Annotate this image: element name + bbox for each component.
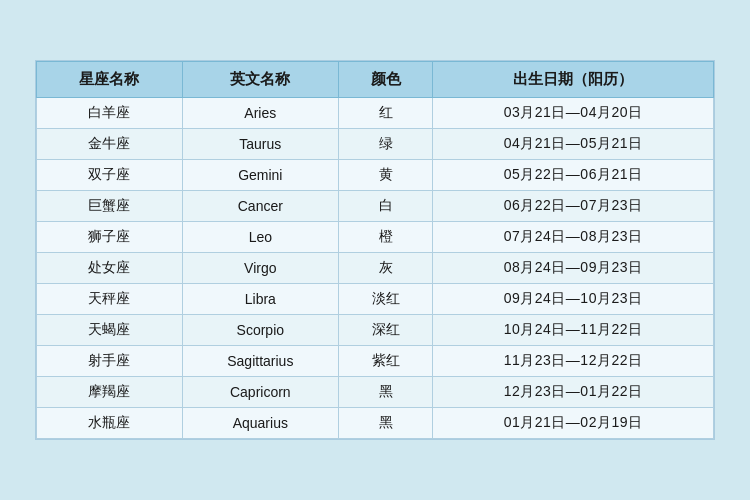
- table-row: 处女座Virgo灰08月24日—09月23日: [37, 253, 714, 284]
- cell-color: 黑: [338, 377, 432, 408]
- cell-color: 黄: [338, 160, 432, 191]
- cell-chinese-name: 处女座: [37, 253, 183, 284]
- cell-dates: 08月24日—09月23日: [433, 253, 714, 284]
- cell-english-name: Sagittarius: [182, 346, 338, 377]
- cell-english-name: Scorpio: [182, 315, 338, 346]
- cell-chinese-name: 狮子座: [37, 222, 183, 253]
- table-row: 金牛座Taurus绿04月21日—05月21日: [37, 129, 714, 160]
- cell-chinese-name: 白羊座: [37, 98, 183, 129]
- cell-chinese-name: 天秤座: [37, 284, 183, 315]
- cell-dates: 12月23日—01月22日: [433, 377, 714, 408]
- table-row: 双子座Gemini黄05月22日—06月21日: [37, 160, 714, 191]
- table-row: 天秤座Libra淡红09月24日—10月23日: [37, 284, 714, 315]
- cell-english-name: Taurus: [182, 129, 338, 160]
- table-row: 摩羯座Capricorn黑12月23日—01月22日: [37, 377, 714, 408]
- cell-english-name: Leo: [182, 222, 338, 253]
- table-row: 水瓶座Aquarius黑01月21日—02月19日: [37, 408, 714, 439]
- cell-dates: 03月21日—04月20日: [433, 98, 714, 129]
- cell-dates: 01月21日—02月19日: [433, 408, 714, 439]
- cell-dates: 05月22日—06月21日: [433, 160, 714, 191]
- table-row: 巨蟹座Cancer白06月22日—07月23日: [37, 191, 714, 222]
- cell-color: 红: [338, 98, 432, 129]
- table-header-row: 星座名称 英文名称 颜色 出生日期（阳历）: [37, 62, 714, 98]
- table-row: 射手座Sagittarius紫红11月23日—12月22日: [37, 346, 714, 377]
- cell-color: 绿: [338, 129, 432, 160]
- table-row: 狮子座Leo橙07月24日—08月23日: [37, 222, 714, 253]
- col-header-color: 颜色: [338, 62, 432, 98]
- cell-english-name: Capricorn: [182, 377, 338, 408]
- cell-chinese-name: 巨蟹座: [37, 191, 183, 222]
- cell-english-name: Cancer: [182, 191, 338, 222]
- cell-chinese-name: 射手座: [37, 346, 183, 377]
- table-row: 白羊座Aries红03月21日—04月20日: [37, 98, 714, 129]
- cell-color: 灰: [338, 253, 432, 284]
- cell-chinese-name: 水瓶座: [37, 408, 183, 439]
- cell-color: 橙: [338, 222, 432, 253]
- cell-chinese-name: 天蝎座: [37, 315, 183, 346]
- zodiac-table-container: 星座名称 英文名称 颜色 出生日期（阳历） 白羊座Aries红03月21日—04…: [35, 60, 715, 440]
- zodiac-table: 星座名称 英文名称 颜色 出生日期（阳历） 白羊座Aries红03月21日—04…: [36, 61, 714, 439]
- cell-dates: 06月22日—07月23日: [433, 191, 714, 222]
- cell-dates: 11月23日—12月22日: [433, 346, 714, 377]
- col-header-chinese: 星座名称: [37, 62, 183, 98]
- cell-chinese-name: 金牛座: [37, 129, 183, 160]
- cell-color: 淡红: [338, 284, 432, 315]
- cell-color: 紫红: [338, 346, 432, 377]
- cell-english-name: Virgo: [182, 253, 338, 284]
- cell-color: 深红: [338, 315, 432, 346]
- cell-chinese-name: 摩羯座: [37, 377, 183, 408]
- table-row: 天蝎座Scorpio深红10月24日—11月22日: [37, 315, 714, 346]
- col-header-english: 英文名称: [182, 62, 338, 98]
- col-header-dates: 出生日期（阳历）: [433, 62, 714, 98]
- cell-color: 白: [338, 191, 432, 222]
- cell-english-name: Gemini: [182, 160, 338, 191]
- cell-english-name: Aquarius: [182, 408, 338, 439]
- cell-dates: 09月24日—10月23日: [433, 284, 714, 315]
- cell-color: 黑: [338, 408, 432, 439]
- cell-dates: 07月24日—08月23日: [433, 222, 714, 253]
- cell-dates: 10月24日—11月22日: [433, 315, 714, 346]
- cell-english-name: Libra: [182, 284, 338, 315]
- cell-dates: 04月21日—05月21日: [433, 129, 714, 160]
- table-body: 白羊座Aries红03月21日—04月20日金牛座Taurus绿04月21日—0…: [37, 98, 714, 439]
- cell-chinese-name: 双子座: [37, 160, 183, 191]
- cell-english-name: Aries: [182, 98, 338, 129]
